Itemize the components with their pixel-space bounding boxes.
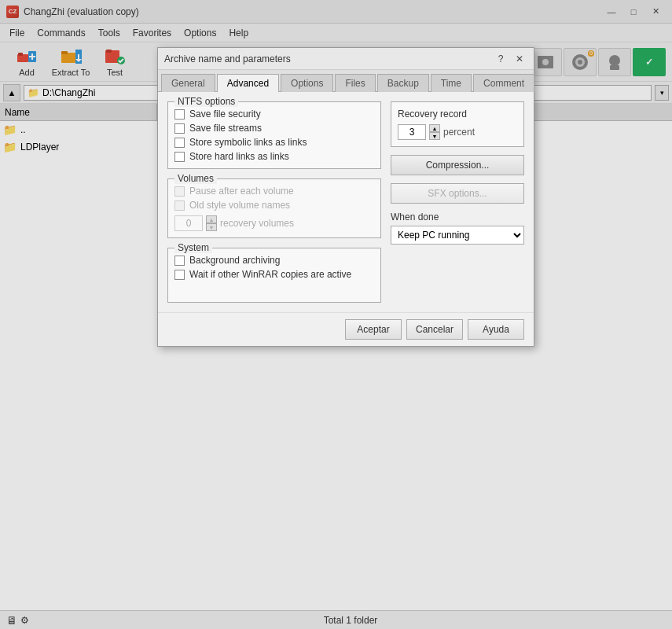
recovery-volumes-row: ▲ ▼ recovery volumes — [174, 215, 374, 231]
dialog-title: Archive name and parameters — [164, 53, 291, 64]
save-file-security-label: Save file security — [189, 109, 261, 120]
recovery-record-section: Recovery record ▲ ▼ percent — [391, 101, 524, 147]
system-group: System Background archiving Wait if othe… — [167, 248, 381, 303]
cb-row: Background archiving — [174, 255, 374, 266]
volumes-label: Volumes — [174, 173, 217, 184]
recovery-percent-label: percent — [443, 127, 475, 138]
store-hard-links-label: Store hard links as links — [189, 151, 289, 162]
cb-row: Save file streams — [174, 123, 374, 134]
dialog-controls: ? ✕ — [493, 52, 527, 66]
dialog: Archive name and parameters ? ✕ General … — [157, 47, 534, 347]
accept-button[interactable]: Aceptar — [345, 319, 402, 340]
dialog-title-bar: Archive name and parameters ? ✕ — [158, 48, 534, 70]
cancel-button[interactable]: Cancelar — [406, 319, 463, 340]
tab-files[interactable]: Files — [335, 74, 375, 92]
pause-each-volume-checkbox — [174, 186, 185, 197]
dialog-help-button[interactable]: ? — [493, 52, 509, 66]
recovery-volumes-spinners: ▲ ▼ — [206, 215, 217, 231]
cb-row: Old style volume names — [174, 200, 374, 211]
when-done-select[interactable]: Keep PC running Sleep Hibernate Shut dow… — [391, 226, 524, 245]
recovery-spinner-btns: ▲ ▼ — [429, 124, 440, 140]
spin-down: ▼ — [206, 223, 217, 231]
tab-backup[interactable]: Backup — [377, 74, 429, 92]
tab-comment[interactable]: Comment — [473, 74, 534, 92]
tab-options[interactable]: Options — [281, 74, 333, 92]
dialog-close-button[interactable]: ✕ — [512, 52, 527, 66]
old-style-volume-label: Old style volume names — [189, 200, 290, 211]
dialog-tabs: General Advanced Options Files Backup Ti… — [158, 70, 534, 92]
store-symbolic-checkbox[interactable] — [174, 138, 185, 148]
cb-row: Pause after each volume — [174, 186, 374, 197]
system-label: System — [174, 242, 212, 253]
ntfs-options-group: NTFS options Save file security Save fil… — [167, 101, 381, 169]
dialog-body: NTFS options Save file security Save fil… — [158, 92, 534, 312]
save-file-streams-checkbox[interactable] — [174, 123, 185, 134]
help-button[interactable]: Ayuda — [468, 319, 524, 340]
when-done-section: When done Keep PC running Sleep Hibernat… — [391, 212, 524, 245]
tab-time[interactable]: Time — [431, 74, 472, 92]
modal-overlay: Archive name and parameters ? ✕ General … — [0, 0, 672, 629]
dialog-right: Recovery record ▲ ▼ percent Compression.… — [391, 101, 524, 303]
cb-row: Store hard links as links — [174, 151, 374, 162]
pause-each-volume-label: Pause after each volume — [189, 186, 294, 197]
wait-other-winrar-label: Wait if other WinRAR copies are active — [189, 269, 351, 280]
spin-up: ▲ — [206, 215, 217, 223]
tab-general[interactable]: General — [161, 74, 215, 92]
cb-row: Wait if other WinRAR copies are active — [174, 269, 374, 280]
cb-row: Store symbolic links as links — [174, 137, 374, 148]
recovery-volumes-label: recovery volumes — [220, 218, 294, 229]
store-hard-links-checkbox[interactable] — [174, 152, 185, 162]
recovery-record-label: Recovery record — [398, 109, 517, 120]
wait-other-winrar-checkbox[interactable] — [174, 270, 185, 280]
recovery-spin-down[interactable]: ▼ — [429, 132, 440, 140]
dialog-left: NTFS options Save file security Save fil… — [167, 101, 381, 303]
store-symbolic-label: Store symbolic links as links — [189, 137, 307, 148]
old-style-volume-checkbox — [174, 200, 185, 211]
ntfs-options-label: NTFS options — [174, 96, 238, 107]
background-archiving-label: Background archiving — [189, 255, 280, 266]
sfx-options-button[interactable]: SFX options... — [391, 183, 524, 204]
recovery-volumes-input[interactable] — [174, 215, 203, 231]
recovery-input-row: ▲ ▼ percent — [398, 124, 517, 140]
recovery-spin-up[interactable]: ▲ — [429, 124, 440, 132]
save-file-streams-label: Save file streams — [189, 123, 262, 134]
recovery-record-input[interactable] — [398, 124, 426, 140]
dialog-footer: Aceptar Cancelar Ayuda — [158, 312, 534, 346]
volumes-group: Volumes Pause after each volume Old styl… — [167, 178, 381, 238]
cb-row: Save file security — [174, 109, 374, 120]
compression-button[interactable]: Compression... — [391, 155, 524, 175]
background-archiving-checkbox[interactable] — [174, 256, 185, 266]
save-file-security-checkbox[interactable] — [174, 109, 185, 120]
when-done-label: When done — [391, 212, 524, 223]
tab-advanced[interactable]: Advanced — [217, 74, 279, 92]
